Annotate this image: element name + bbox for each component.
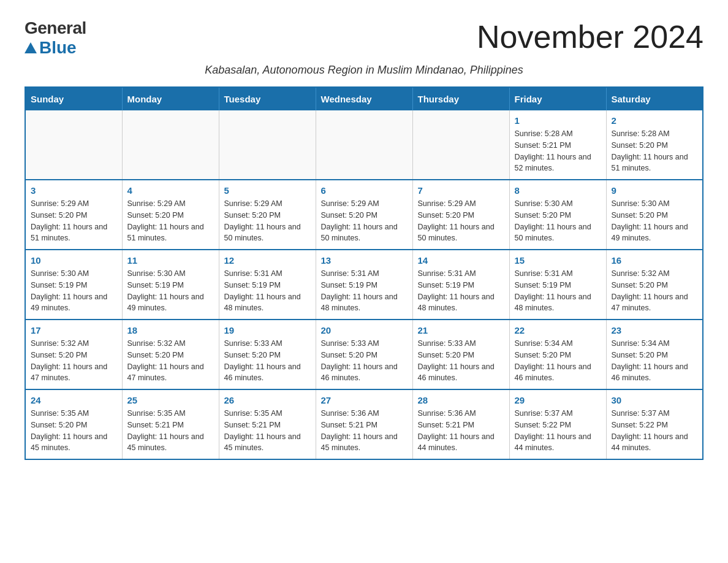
calendar-cell: 19Sunrise: 5:33 AMSunset: 5:20 PMDayligh… bbox=[219, 320, 316, 389]
calendar-cell: 18Sunrise: 5:32 AMSunset: 5:20 PMDayligh… bbox=[122, 320, 219, 389]
day-info: Sunrise: 5:31 AMSunset: 5:19 PMDaylight:… bbox=[418, 268, 504, 314]
calendar-body: 1Sunrise: 5:28 AMSunset: 5:21 PMDaylight… bbox=[25, 110, 703, 459]
day-info: Sunrise: 5:29 AMSunset: 5:20 PMDaylight:… bbox=[224, 198, 311, 244]
calendar-cell: 5Sunrise: 5:29 AMSunset: 5:20 PMDaylight… bbox=[219, 180, 316, 250]
calendar-cell: 30Sunrise: 5:37 AMSunset: 5:22 PMDayligh… bbox=[606, 389, 703, 459]
calendar-cell: 22Sunrise: 5:34 AMSunset: 5:20 PMDayligh… bbox=[509, 320, 606, 389]
logo-blue-text: Blue bbox=[25, 38, 77, 58]
week-row-2: 3Sunrise: 5:29 AMSunset: 5:20 PMDaylight… bbox=[25, 180, 703, 250]
calendar-cell: 15Sunrise: 5:31 AMSunset: 5:19 PMDayligh… bbox=[509, 250, 606, 320]
calendar-cell: 7Sunrise: 5:29 AMSunset: 5:20 PMDaylight… bbox=[412, 180, 509, 250]
day-number: 13 bbox=[321, 255, 408, 266]
day-number: 12 bbox=[224, 255, 311, 266]
day-number: 24 bbox=[31, 395, 117, 405]
day-info: Sunrise: 5:32 AMSunset: 5:20 PMDaylight:… bbox=[31, 338, 117, 384]
calendar-cell bbox=[122, 110, 219, 180]
calendar-cell: 29Sunrise: 5:37 AMSunset: 5:22 PMDayligh… bbox=[509, 389, 606, 459]
calendar-cell: 26Sunrise: 5:35 AMSunset: 5:21 PMDayligh… bbox=[219, 389, 316, 459]
day-number: 11 bbox=[127, 255, 214, 266]
calendar-cell bbox=[412, 110, 509, 180]
calendar-cell: 13Sunrise: 5:31 AMSunset: 5:19 PMDayligh… bbox=[316, 250, 412, 320]
day-info: Sunrise: 5:37 AMSunset: 5:22 PMDaylight:… bbox=[612, 408, 698, 454]
header-day-thursday: Thursday bbox=[412, 87, 509, 110]
day-number: 20 bbox=[321, 325, 408, 335]
day-info: Sunrise: 5:35 AMSunset: 5:20 PMDaylight:… bbox=[31, 408, 117, 454]
day-number: 10 bbox=[31, 255, 117, 266]
day-info: Sunrise: 5:30 AMSunset: 5:19 PMDaylight:… bbox=[31, 268, 117, 314]
day-number: 4 bbox=[127, 185, 214, 196]
month-title: November 2024 bbox=[477, 18, 703, 55]
calendar-table: SundayMondayTuesdayWednesdayThursdayFrid… bbox=[25, 86, 703, 460]
day-number: 25 bbox=[127, 395, 214, 405]
day-number: 21 bbox=[418, 325, 504, 335]
calendar-cell: 23Sunrise: 5:34 AMSunset: 5:20 PMDayligh… bbox=[606, 320, 703, 389]
calendar-cell: 28Sunrise: 5:36 AMSunset: 5:21 PMDayligh… bbox=[412, 389, 509, 459]
calendar-cell: 24Sunrise: 5:35 AMSunset: 5:20 PMDayligh… bbox=[25, 389, 122, 459]
calendar-cell bbox=[25, 110, 122, 180]
day-number: 15 bbox=[515, 255, 601, 266]
calendar-cell: 17Sunrise: 5:32 AMSunset: 5:20 PMDayligh… bbox=[25, 320, 122, 389]
day-info: Sunrise: 5:31 AMSunset: 5:19 PMDaylight:… bbox=[515, 268, 601, 314]
day-info: Sunrise: 5:37 AMSunset: 5:22 PMDaylight:… bbox=[515, 408, 601, 454]
day-number: 27 bbox=[321, 395, 408, 405]
day-number: 30 bbox=[612, 395, 698, 405]
header-day-tuesday: Tuesday bbox=[219, 87, 316, 110]
day-info: Sunrise: 5:29 AMSunset: 5:20 PMDaylight:… bbox=[321, 198, 408, 244]
day-number: 7 bbox=[418, 185, 504, 196]
calendar-cell: 8Sunrise: 5:30 AMSunset: 5:20 PMDaylight… bbox=[509, 180, 606, 250]
calendar-cell: 12Sunrise: 5:31 AMSunset: 5:19 PMDayligh… bbox=[219, 250, 316, 320]
calendar-cell: 3Sunrise: 5:29 AMSunset: 5:20 PMDaylight… bbox=[25, 180, 122, 250]
day-number: 23 bbox=[612, 325, 698, 335]
day-number: 14 bbox=[418, 255, 504, 266]
day-info: Sunrise: 5:30 AMSunset: 5:20 PMDaylight:… bbox=[612, 198, 698, 244]
day-info: Sunrise: 5:31 AMSunset: 5:19 PMDaylight:… bbox=[321, 268, 408, 314]
calendar-cell: 6Sunrise: 5:29 AMSunset: 5:20 PMDaylight… bbox=[316, 180, 412, 250]
day-number: 18 bbox=[127, 325, 214, 335]
day-info: Sunrise: 5:31 AMSunset: 5:19 PMDaylight:… bbox=[224, 268, 311, 314]
calendar-cell: 10Sunrise: 5:30 AMSunset: 5:19 PMDayligh… bbox=[25, 250, 122, 320]
day-number: 9 bbox=[612, 185, 698, 196]
day-number: 16 bbox=[612, 255, 698, 266]
header-row: SundayMondayTuesdayWednesdayThursdayFrid… bbox=[25, 87, 703, 110]
day-info: Sunrise: 5:29 AMSunset: 5:20 PMDaylight:… bbox=[127, 198, 214, 244]
header-day-saturday: Saturday bbox=[606, 87, 703, 110]
day-info: Sunrise: 5:33 AMSunset: 5:20 PMDaylight:… bbox=[224, 338, 311, 384]
day-number: 8 bbox=[515, 185, 601, 196]
logo-triangle-icon bbox=[25, 42, 37, 53]
header-day-sunday: Sunday bbox=[25, 87, 122, 110]
logo-general-text: General bbox=[25, 18, 86, 38]
day-number: 26 bbox=[224, 395, 311, 405]
calendar-cell: 11Sunrise: 5:30 AMSunset: 5:19 PMDayligh… bbox=[122, 250, 219, 320]
header: General Blue November 2024 bbox=[25, 18, 703, 58]
day-info: Sunrise: 5:28 AMSunset: 5:21 PMDaylight:… bbox=[515, 128, 601, 174]
calendar-cell bbox=[219, 110, 316, 180]
calendar-cell: 27Sunrise: 5:36 AMSunset: 5:21 PMDayligh… bbox=[316, 389, 412, 459]
calendar-cell: 20Sunrise: 5:33 AMSunset: 5:20 PMDayligh… bbox=[316, 320, 412, 389]
day-number: 19 bbox=[224, 325, 311, 335]
calendar-cell: 2Sunrise: 5:28 AMSunset: 5:20 PMDaylight… bbox=[606, 110, 703, 180]
day-info: Sunrise: 5:33 AMSunset: 5:20 PMDaylight:… bbox=[321, 338, 408, 384]
day-number: 28 bbox=[418, 395, 504, 405]
day-number: 5 bbox=[224, 185, 311, 196]
calendar-cell: 9Sunrise: 5:30 AMSunset: 5:20 PMDaylight… bbox=[606, 180, 703, 250]
header-day-friday: Friday bbox=[509, 87, 606, 110]
day-info: Sunrise: 5:35 AMSunset: 5:21 PMDaylight:… bbox=[127, 408, 214, 454]
day-number: 29 bbox=[515, 395, 601, 405]
calendar-header: SundayMondayTuesdayWednesdayThursdayFrid… bbox=[25, 87, 703, 110]
day-number: 3 bbox=[31, 185, 117, 196]
calendar-cell: 4Sunrise: 5:29 AMSunset: 5:20 PMDaylight… bbox=[122, 180, 219, 250]
day-number: 2 bbox=[612, 115, 698, 126]
week-row-4: 17Sunrise: 5:32 AMSunset: 5:20 PMDayligh… bbox=[25, 320, 703, 389]
day-info: Sunrise: 5:36 AMSunset: 5:21 PMDaylight:… bbox=[321, 408, 408, 454]
header-day-wednesday: Wednesday bbox=[316, 87, 412, 110]
logo: General Blue bbox=[25, 18, 86, 58]
day-number: 6 bbox=[321, 185, 408, 196]
week-row-1: 1Sunrise: 5:28 AMSunset: 5:21 PMDaylight… bbox=[25, 110, 703, 180]
day-number: 17 bbox=[31, 325, 117, 335]
day-info: Sunrise: 5:28 AMSunset: 5:20 PMDaylight:… bbox=[612, 128, 698, 174]
subtitle: Kabasalan, Autonomous Region in Muslim M… bbox=[25, 64, 703, 77]
calendar-cell: 25Sunrise: 5:35 AMSunset: 5:21 PMDayligh… bbox=[122, 389, 219, 459]
day-info: Sunrise: 5:29 AMSunset: 5:20 PMDaylight:… bbox=[31, 198, 117, 244]
day-info: Sunrise: 5:30 AMSunset: 5:20 PMDaylight:… bbox=[515, 198, 601, 244]
calendar-cell bbox=[316, 110, 412, 180]
